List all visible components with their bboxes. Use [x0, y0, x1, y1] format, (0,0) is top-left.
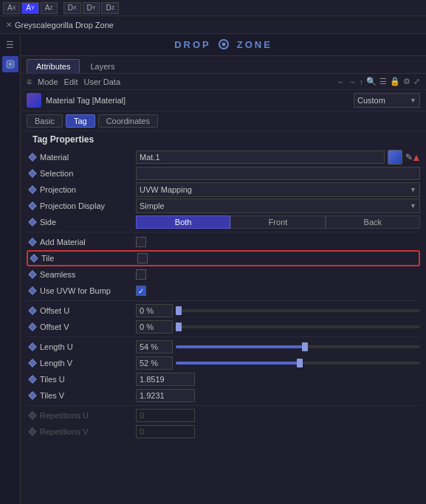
- checkbox-tile[interactable]: [137, 253, 148, 263]
- label-tiles-u: Tiles U: [40, 375, 136, 384]
- left-sidebar: ☰: [0, 34, 21, 504]
- toolbar-btn-az[interactable]: AZ: [41, 2, 58, 14]
- label-tiles-v: Tiles V: [40, 391, 136, 400]
- handle-length-v[interactable]: [297, 359, 303, 367]
- label-selection: Selection: [40, 169, 136, 178]
- material-input[interactable]: [136, 151, 385, 164]
- drop-zone-circle-icon: [219, 39, 229, 49]
- search-icon[interactable]: 🔍: [366, 77, 377, 86]
- projection-display-dropdown[interactable]: Simple ▼: [136, 199, 420, 213]
- material-tag-dropdown[interactable]: Custom ▼: [354, 93, 420, 108]
- diamond-selection: [27, 168, 38, 179]
- projection-dropdown[interactable]: UVW Mapping ▼: [136, 182, 420, 197]
- side-btn-group: Both Front Back: [136, 215, 420, 229]
- menu-bar-right: ← → ↑ 🔍 ☰ 🔒 ⚙ ⤢: [337, 77, 421, 86]
- expand-icon[interactable]: ⤢: [413, 77, 420, 86]
- side-btn-back[interactable]: Back: [326, 215, 420, 229]
- checkmark-icon: ✓: [138, 287, 144, 295]
- prop-row-offset-u: Offset U: [27, 303, 420, 319]
- toolbar-btn-ay[interactable]: AY: [21, 2, 38, 14]
- move-up-icon[interactable]: ↑: [360, 77, 364, 86]
- track-length-v[interactable]: [176, 362, 420, 365]
- checkbox-seamless[interactable]: [136, 269, 146, 280]
- handle-length-u[interactable]: [302, 342, 308, 351]
- mat-value-row: ✎: [136, 150, 413, 165]
- separator-4: [27, 405, 420, 406]
- track-length-u[interactable]: [176, 345, 420, 348]
- tag-btn-coordinates[interactable]: Coordinates: [98, 114, 158, 128]
- separator-2: [27, 300, 420, 301]
- menu-user-data[interactable]: User Data: [84, 77, 121, 86]
- toolbar-btn-dx[interactable]: DX: [63, 2, 81, 14]
- handle-offset-u[interactable]: [176, 306, 182, 315]
- slider-offset-u: [136, 304, 420, 317]
- prop-row-material: Material ✎ ▲: [27, 149, 420, 165]
- menu-hamburger-icon[interactable]: ≡: [27, 77, 32, 87]
- window-tab-bar: ✕ Greyscalegorilla Drop Zone: [0, 16, 426, 34]
- value-length-u: [136, 340, 420, 353]
- label-offset-v: Offset V: [40, 322, 136, 331]
- input-offset-v[interactable]: [136, 320, 173, 334]
- value-selection: [136, 167, 420, 180]
- settings-icon[interactable]: ⚙: [403, 77, 410, 86]
- input-length-u[interactable]: [136, 340, 173, 353]
- toolbar-btn-ax[interactable]: AX: [3, 2, 20, 14]
- lock-icon[interactable]: 🔒: [390, 77, 400, 86]
- value-offset-v: [136, 320, 420, 334]
- checkbox-add-material[interactable]: [136, 237, 146, 247]
- material-tag-label: Material Tag [Material]: [46, 96, 349, 105]
- input-length-v[interactable]: [136, 356, 173, 370]
- prop-row-length-v: Length V: [27, 355, 420, 371]
- diamond-length-v: [27, 357, 38, 369]
- label-add-material: Add Material: [40, 238, 136, 246]
- filter-icon[interactable]: ☰: [379, 77, 387, 86]
- selection-input[interactable]: [136, 167, 420, 180]
- label-projection: Projection: [40, 185, 136, 194]
- value-use-uvw: ✓: [136, 286, 420, 296]
- properties-scroll-area: Tag Properties Material ✎ ▲: [21, 131, 426, 504]
- menu-mode[interactable]: Mode: [38, 77, 58, 86]
- tab-layers[interactable]: Layers: [81, 60, 123, 73]
- undo-icon[interactable]: ←: [337, 77, 346, 86]
- track-offset-v[interactable]: [176, 325, 420, 328]
- track-offset-u[interactable]: [176, 309, 420, 312]
- value-repetitions-u: [136, 409, 420, 422]
- input-offset-u[interactable]: [136, 304, 173, 317]
- side-btn-front[interactable]: Front: [230, 215, 325, 229]
- tag-btn-tag[interactable]: Tag: [66, 114, 95, 128]
- sidebar-paint-icon[interactable]: [2, 56, 18, 72]
- value-projection: UVW Mapping ▼: [136, 182, 420, 197]
- main-panel: DROP ZONE Attributes Layers ≡ Mode Edit …: [21, 34, 426, 504]
- diamond-side: [27, 216, 38, 228]
- input-repetitions-v: [136, 425, 195, 438]
- checkbox-use-uvw[interactable]: ✓: [136, 286, 146, 296]
- prop-row-tiles-u: Tiles U: [27, 371, 420, 387]
- separator-3: [27, 336, 420, 337]
- mat-color-picker[interactable]: [388, 150, 402, 165]
- toolbar-btn-dz[interactable]: DZ: [101, 2, 119, 14]
- menu-edit[interactable]: Edit: [64, 77, 78, 86]
- tab-attributes[interactable]: Attributes: [27, 59, 80, 73]
- redo-icon[interactable]: →: [348, 77, 357, 86]
- sidebar-hamburger[interactable]: ☰: [2, 37, 18, 53]
- toolbar-btn-dy[interactable]: DY: [83, 2, 100, 14]
- value-tile: [137, 253, 419, 263]
- tab-close-icon[interactable]: ✕: [6, 21, 12, 29]
- proj-display-dropdown-arrow: ▼: [410, 202, 416, 210]
- drop-zone-header: DROP ZONE: [21, 34, 426, 56]
- side-btn-both[interactable]: Both: [136, 215, 230, 229]
- value-length-v: [136, 356, 420, 370]
- label-length-u: Length U: [40, 342, 136, 351]
- handle-offset-v[interactable]: [176, 322, 182, 331]
- slider-offset-v: [136, 320, 420, 334]
- diamond-seamless: [27, 269, 38, 280]
- input-tiles-u[interactable]: [136, 373, 195, 386]
- value-material: ✎: [136, 150, 413, 165]
- input-tiles-v[interactable]: [136, 389, 195, 402]
- diamond-projection: [27, 184, 38, 196]
- prop-row-repetitions-u: Repetitions U: [27, 407, 420, 424]
- diamond-add-material: [27, 236, 38, 248]
- tag-btn-basic[interactable]: Basic: [27, 114, 63, 128]
- label-repetitions-v: Repetitions V: [40, 427, 136, 436]
- material-tag-icon: [27, 93, 41, 108]
